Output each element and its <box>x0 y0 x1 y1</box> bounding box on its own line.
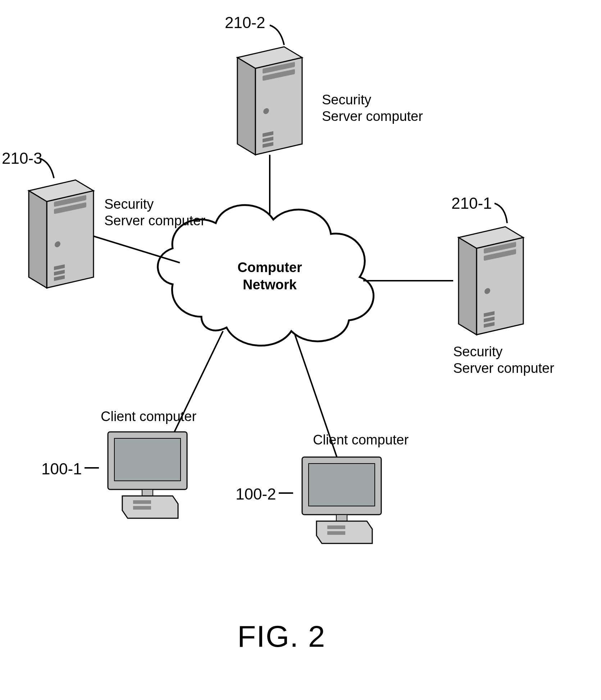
client-100-2 <box>302 457 381 543</box>
label-100-1: Client computer <box>101 408 196 425</box>
server-210-1 <box>459 227 523 335</box>
cloud-label: Computer Network <box>230 259 309 293</box>
figure-caption: FIG. 2 <box>237 619 325 654</box>
cloud-label-line1: Computer <box>237 260 302 275</box>
cloud-label-line2: Network <box>243 277 297 292</box>
ref-100-1: 100-1 <box>41 460 82 478</box>
diagram-canvas: Computer Network 210-2 Security Server c… <box>0 0 601 700</box>
label-210-2: Security Server computer <box>322 92 423 125</box>
label-210-3: Security Server computer <box>104 196 205 229</box>
ref-210-1: 210-1 <box>451 194 492 212</box>
label-100-2: Client computer <box>313 432 409 448</box>
ref-100-2: 100-2 <box>236 485 276 503</box>
ref-210-2: 210-2 <box>225 14 265 32</box>
label-210-1: Security Server computer <box>453 344 554 376</box>
svg-line-12 <box>86 234 180 263</box>
ref-210-3: 210-3 <box>2 149 42 167</box>
client-100-1 <box>108 432 187 518</box>
server-210-2 <box>237 47 302 155</box>
server-210-3 <box>29 180 94 288</box>
